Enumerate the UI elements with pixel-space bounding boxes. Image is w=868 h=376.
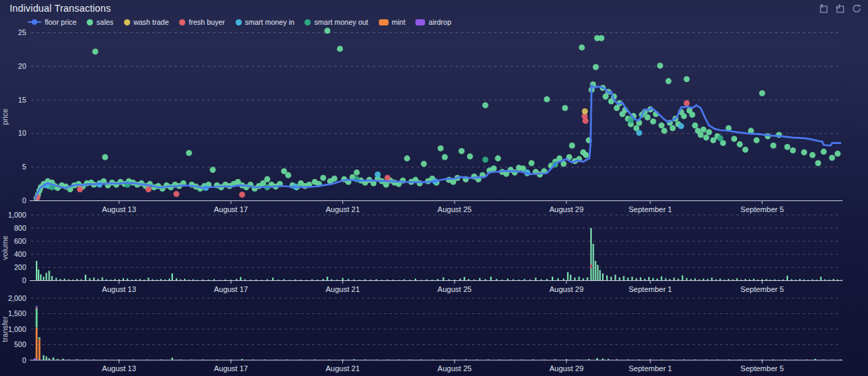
price-panel: 0510152025priceAugust 13August 17August …	[1, 28, 843, 213]
volume-major-gridlines	[31, 215, 840, 267]
svg-text:400: 400	[14, 250, 26, 258]
price-minor-gridlines	[31, 41, 840, 193]
svg-text:September 5: September 5	[741, 364, 784, 373]
svg-text:August 29: August 29	[549, 285, 583, 293]
volume-panel: 02004006008001,000volumeAugust 13August …	[1, 211, 843, 293]
svg-text:800: 800	[14, 224, 26, 232]
svg-text:0: 0	[22, 356, 26, 364]
transfer-panel: 05001,0001,5002,000transferAugust 13Augu…	[1, 294, 843, 373]
svg-text:August 21: August 21	[326, 364, 360, 373]
svg-text:1,000: 1,000	[8, 211, 26, 219]
svg-text:15: 15	[18, 96, 26, 104]
svg-text:August 17: August 17	[214, 364, 248, 373]
svg-text:200: 200	[14, 263, 26, 271]
svg-text:August 13: August 13	[102, 364, 136, 373]
svg-text:August 17: August 17	[214, 205, 248, 213]
charts-canvas[interactable]: 0510152025priceAugust 13August 17August …	[0, 0, 868, 376]
svg-text:August 17: August 17	[214, 285, 248, 293]
svg-text:August 25: August 25	[437, 205, 472, 213]
price-major-gridlines	[31, 33, 840, 167]
svg-text:600: 600	[14, 237, 26, 245]
price-axis-title: price	[1, 109, 9, 125]
svg-text:2,000: 2,000	[8, 294, 26, 302]
volume-axis-title: volume	[1, 236, 9, 260]
individual-transactions-panel: Individual Transactions floor pricesales…	[0, 0, 868, 376]
svg-text:5: 5	[22, 163, 26, 171]
sales-points	[34, 28, 841, 201]
volume-highlight-segment	[590, 264, 592, 268]
svg-text:August 29: August 29	[549, 364, 583, 373]
price-x-axis-labels: August 13August 17August 21August 25Augu…	[102, 201, 784, 213]
svg-text:500: 500	[14, 340, 26, 348]
svg-text:10: 10	[18, 129, 26, 137]
transfer-x-axis-labels: August 13August 17August 21August 25Augu…	[102, 360, 784, 373]
svg-text:20: 20	[18, 62, 26, 70]
volume-x-axis-labels: August 13August 17August 21August 25Augu…	[102, 281, 784, 293]
svg-text:August 21: August 21	[326, 205, 360, 213]
volume-minor-gridlines	[31, 218, 840, 278]
svg-text:September 1: September 1	[629, 205, 672, 213]
svg-text:August 25: August 25	[437, 285, 472, 293]
svg-text:August 13: August 13	[102, 285, 136, 293]
svg-text:August 25: August 25	[437, 364, 472, 373]
svg-text:1,000: 1,000	[8, 325, 26, 333]
price-y-axis-labels: 0510152025	[18, 28, 26, 205]
svg-text:September 5: September 5	[741, 205, 784, 213]
transfer-y-axis-labels: 05001,0001,5002,000	[8, 294, 26, 364]
svg-text:September 1: September 1	[629, 364, 672, 373]
svg-text:August 21: August 21	[326, 285, 360, 293]
transfer-axis-title: transfer	[1, 316, 9, 342]
svg-text:August 29: August 29	[549, 205, 583, 213]
svg-text:September 1: September 1	[629, 285, 672, 293]
volume-y-axis-labels: 02004006008001,000	[8, 211, 26, 285]
wash-trade-points	[582, 108, 588, 114]
svg-text:0: 0	[22, 276, 26, 284]
svg-text:1,500: 1,500	[8, 309, 26, 317]
svg-text:September 5: September 5	[741, 285, 784, 293]
svg-text:August 13: August 13	[102, 205, 136, 213]
svg-text:0: 0	[22, 196, 26, 205]
svg-text:25: 25	[18, 28, 26, 36]
